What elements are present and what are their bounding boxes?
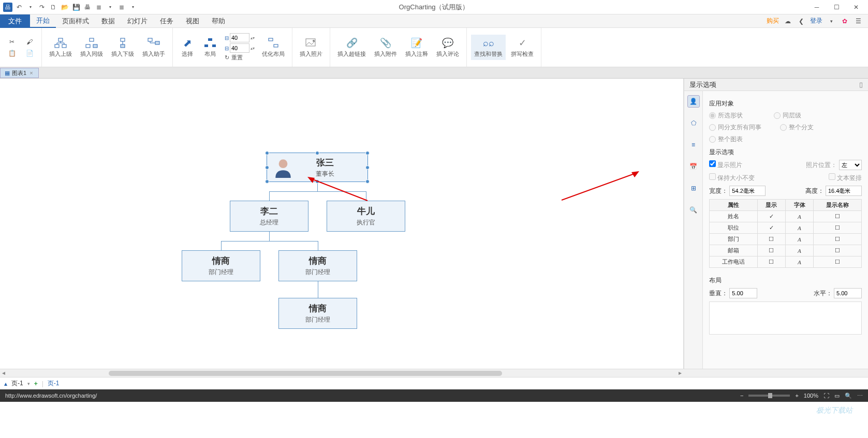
chart-type-2-icon[interactable]: ≣: [117, 3, 126, 12]
save-icon[interactable]: 💾: [71, 3, 81, 12]
menu-page-style[interactable]: 页面样式: [56, 14, 95, 28]
show-dept-check[interactable]: ☐: [757, 234, 785, 245]
canvas[interactable]: 张三 董事长 李二 总经理 牛儿 执行官 情商 部门经理 情商 部门经理: [0, 79, 684, 369]
close-button[interactable]: ✕: [848, 2, 864, 12]
dispname-title-check[interactable]: ☐: [814, 222, 862, 234]
show-photo-checkbox[interactable]: 显示照片: [709, 160, 742, 170]
optimize-layout-button[interactable]: 优化布局: [259, 35, 288, 60]
paste-icon[interactable]: 📄: [24, 49, 35, 58]
horizontal-scrollbar[interactable]: ◂ ▸: [0, 369, 868, 377]
add-page-button[interactable]: +: [34, 380, 38, 387]
insert-note-button[interactable]: 📝 插入注释: [402, 35, 431, 60]
vertical-spacing-input[interactable]: [729, 288, 757, 298]
horizontal-spacing-input[interactable]: [834, 288, 862, 298]
insert-superior-button[interactable]: 插入上级: [46, 35, 75, 60]
new-icon[interactable]: 🗋: [49, 3, 58, 12]
hamburger-icon[interactable]: ☰: [854, 17, 863, 26]
vertical-text-checkbox[interactable]: 文本竖排: [829, 173, 862, 183]
page-dropdown-icon[interactable]: ▾: [27, 381, 30, 386]
panel-tab-list[interactable]: ≡: [687, 139, 700, 151]
redo-icon[interactable]: ↷: [37, 3, 47, 12]
print-icon[interactable]: 🖶: [83, 3, 92, 12]
menu-tasks[interactable]: 任务: [154, 14, 180, 28]
width-input[interactable]: [729, 186, 766, 196]
maximize-button[interactable]: ☐: [829, 2, 844, 12]
login-dropdown[interactable]: ▾: [827, 17, 836, 26]
more-status-icon[interactable]: ⋯: [857, 392, 863, 399]
dispname-email-check[interactable]: ☐: [814, 245, 862, 256]
fit-page-icon[interactable]: ⛶: [823, 392, 829, 399]
tab-close-icon[interactable]: ×: [28, 70, 34, 76]
layout-button[interactable]: 布局: [200, 35, 220, 60]
opt-whole-chart[interactable]: 整个图表: [709, 135, 743, 144]
undo-dropdown-icon[interactable]: ▾: [26, 3, 35, 12]
format-painter-icon[interactable]: 🖌: [24, 37, 35, 47]
org-node-ceo[interactable]: 张三 董事长: [267, 153, 368, 182]
org-node-gm[interactable]: 李二 总经理: [230, 201, 308, 232]
buy-link[interactable]: 购买: [767, 17, 779, 25]
opt-branch-colleagues[interactable]: 同分支所有同事: [709, 123, 761, 132]
height-value-input[interactable]: [230, 43, 249, 53]
org-node-dept3[interactable]: 情商 部门经理: [278, 298, 357, 329]
insert-image-button[interactable]: 插入照片: [297, 35, 326, 60]
spell-check-button[interactable]: ✓ 拼写检查: [508, 35, 537, 60]
panel-tab-search[interactable]: 🔍: [687, 204, 700, 216]
opt-whole-branch[interactable]: 整个分支: [780, 123, 814, 132]
show-title-check[interactable]: ✓: [757, 222, 785, 234]
font-dept-button[interactable]: A: [786, 234, 814, 245]
menu-help[interactable]: 帮助: [205, 14, 231, 28]
share-icon[interactable]: ❮: [797, 17, 806, 26]
font-phone-button[interactable]: A: [786, 256, 814, 268]
org-node-dept2[interactable]: 情商 部门经理: [278, 250, 357, 281]
open-icon[interactable]: 📂: [60, 3, 69, 12]
chart-type-2-dropdown[interactable]: ▾: [128, 3, 138, 12]
dispname-phone-check[interactable]: ☐: [814, 256, 862, 268]
dispname-name-check[interactable]: ☐: [814, 211, 862, 222]
panel-tab-date[interactable]: 📅: [687, 160, 700, 173]
show-email-check[interactable]: ☐: [757, 245, 785, 256]
search-status-icon[interactable]: 🔍: [845, 392, 852, 399]
font-name-button[interactable]: A: [786, 211, 814, 222]
insert-comment-button[interactable]: 💬 插入评论: [433, 35, 462, 60]
org-node-coo[interactable]: 牛儿 执行官: [327, 201, 405, 232]
zoom-in-icon[interactable]: +: [795, 392, 798, 399]
document-tab[interactable]: ▦ 图表1 ×: [0, 68, 39, 78]
find-replace-button[interactable]: ⌕⌕ 查找和替换: [471, 35, 506, 60]
show-name-check[interactable]: ✓: [757, 211, 785, 222]
opt-same-level[interactable]: 同层级: [774, 111, 801, 120]
login-link[interactable]: 登录: [810, 17, 822, 25]
page-tab[interactable]: 页-1: [48, 379, 60, 388]
panel-tab-shape[interactable]: ⬠: [687, 117, 700, 129]
insert-link-button[interactable]: 🔗 插入超链接: [334, 35, 369, 60]
scrollbar-thumb[interactable]: [109, 371, 502, 376]
org-node-dept1[interactable]: 情商 部门经理: [182, 250, 260, 281]
panel-tab-display[interactable]: 👤: [687, 95, 700, 108]
copy-icon[interactable]: 📋: [6, 49, 18, 58]
insert-attachment-button[interactable]: 📎 插入附件: [371, 35, 400, 60]
width-value-input[interactable]: [230, 33, 249, 42]
select-button[interactable]: ⬈ 选择: [177, 35, 198, 60]
zoom-slider[interactable]: [748, 395, 790, 397]
zoom-out-icon[interactable]: −: [740, 392, 743, 399]
undo-icon[interactable]: ↶: [14, 3, 24, 12]
menu-data[interactable]: 数据: [95, 14, 121, 28]
fit-width-icon[interactable]: ▭: [834, 392, 840, 399]
file-menu[interactable]: 文件: [0, 14, 30, 28]
font-title-button[interactable]: A: [786, 222, 814, 234]
menu-start[interactable]: 开始: [30, 14, 56, 28]
photo-position-select[interactable]: 左: [839, 160, 862, 170]
dispname-dept-check[interactable]: ☐: [814, 234, 862, 245]
reset-button[interactable]: ↻重置: [225, 54, 255, 62]
panel-pin-icon[interactable]: ▯: [859, 81, 863, 88]
height-input[interactable]: [826, 186, 862, 196]
keep-size-checkbox[interactable]: 保持大小不变: [709, 173, 755, 183]
menu-slides[interactable]: 幻灯片: [121, 14, 154, 28]
opt-selected-shape[interactable]: 所选形状: [709, 111, 743, 120]
cloud-icon[interactable]: ☁: [783, 17, 792, 26]
insert-subordinate-button[interactable]: 插入下级: [108, 35, 137, 60]
show-phone-check[interactable]: ☐: [757, 256, 785, 268]
insert-assistant-button[interactable]: 插入助手: [139, 35, 168, 60]
font-email-button[interactable]: A: [786, 245, 814, 256]
cut-icon[interactable]: ✂: [6, 37, 18, 47]
flower-icon[interactable]: ✿: [840, 17, 849, 26]
